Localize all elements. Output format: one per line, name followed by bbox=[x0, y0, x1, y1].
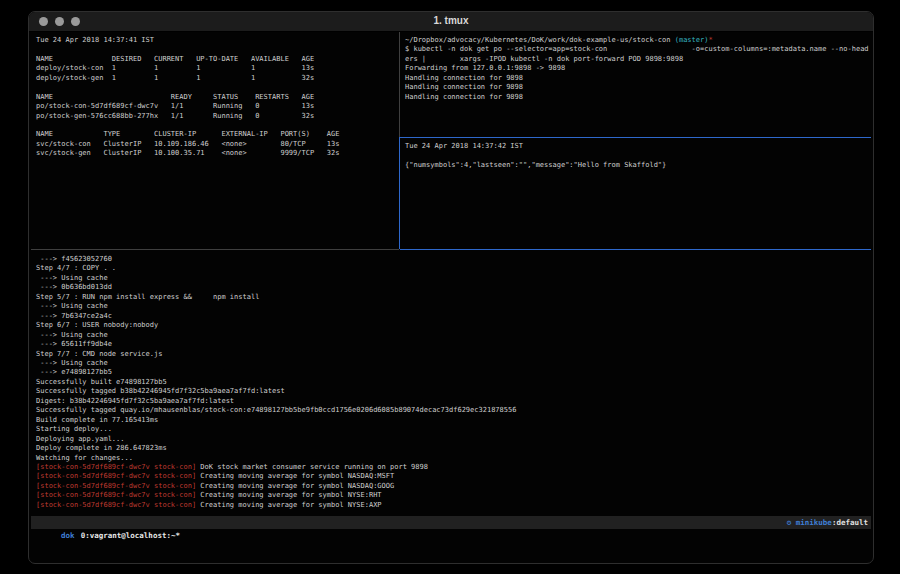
pane-skaffold-build-log[interactable]: ---> f45623052760Step 4/7 : COPY . . ---… bbox=[33, 252, 874, 517]
terminal-line: ---> Using cache bbox=[36, 359, 874, 368]
window-title-bar[interactable]: 1. tmux bbox=[29, 12, 873, 32]
terminal-line: svc/stock-gen ClusterIP 10.100.35.71 <no… bbox=[36, 149, 402, 158]
terminal-line bbox=[36, 45, 402, 54]
terminal-line: Handling connection for 9898 bbox=[405, 74, 873, 83]
terminal-line: Successfully tagged b38b42246945fd7f32c5… bbox=[36, 387, 874, 396]
pane-divider-bottom-right[interactable] bbox=[400, 249, 871, 250]
terminal-line: [stock-con-5d7df689cf-dwc7v stock-con] C… bbox=[36, 482, 874, 491]
terminal-line: Tue 24 Apr 2018 14:37:41 IST bbox=[36, 36, 402, 45]
terminal-line: po/stock-gen-576cc688bb-277hx 1/1 Runnin… bbox=[36, 112, 402, 121]
terminal-line: Handling connection for 9898 bbox=[405, 93, 873, 102]
terminal-line: Starting deploy... bbox=[36, 425, 874, 434]
gear-icon: ⚙ bbox=[787, 518, 796, 527]
terminal-line: ---> f45623052760 bbox=[36, 255, 874, 264]
terminal-line: Step 6/7 : USER nobody:nobody bbox=[36, 321, 874, 330]
terminal-line: Step 4/7 : COPY . . bbox=[36, 264, 874, 273]
terminal-line: Step 5/7 : RUN npm install express && np… bbox=[36, 293, 874, 302]
terminal-line: ---> 65611ff9db4e bbox=[36, 340, 874, 349]
terminal-line: Handling connection for 9898 bbox=[405, 83, 873, 92]
terminal-line: ---> Using cache bbox=[36, 302, 874, 311]
pane-divider-bottom-left[interactable] bbox=[31, 249, 399, 250]
terminal-line: Successfully built e74898127bb5 bbox=[36, 378, 874, 387]
terminal-line: [stock-con-5d7df689cf-dwc7v stock-con] C… bbox=[36, 491, 874, 500]
pane-divider-vertical-top[interactable] bbox=[399, 32, 400, 137]
window-title: 1. tmux bbox=[29, 15, 873, 26]
desktop-background: 1. tmux Tue 24 Apr 2018 14:37:41 ISTNAME… bbox=[0, 0, 900, 574]
terminal-line: Digest: b38b42246945fd7f32c5ba9aea7af7fd… bbox=[36, 397, 874, 406]
terminal-line: ---> Using cache bbox=[36, 274, 874, 283]
kube-namespace: :default bbox=[832, 518, 868, 527]
terminal-line bbox=[36, 83, 402, 92]
terminal-line: deploy/stock-con 1 1 1 1 13s bbox=[36, 64, 402, 73]
pane-divider-vertical-bottom[interactable] bbox=[399, 137, 400, 249]
terminal-line: Successfully tagged quay.io/mhausenblas/… bbox=[36, 406, 874, 415]
terminal-line: Deploying app.yaml... bbox=[36, 435, 874, 444]
pane-port-forward[interactable]: ~/Dropbox/advocacy/Kubernetes/DoK/work/d… bbox=[402, 34, 873, 138]
terminal-line: deploy/stock-gen 1 1 1 1 32s bbox=[36, 74, 402, 83]
terminal-line: po/stock-con-5d7df689cf-dwc7v 1/1 Runnin… bbox=[36, 102, 402, 111]
terminal-line: {"numsymbols":4,"lastseen":"","message":… bbox=[405, 161, 873, 170]
terminal-line: $ kubectl -n dok get po --selector=app=s… bbox=[405, 45, 873, 54]
session-name[interactable]: dok bbox=[61, 531, 75, 540]
terminal-window: 1. tmux Tue 24 Apr 2018 14:37:41 ISTNAME… bbox=[28, 11, 874, 564]
terminal-line: [stock-con-5d7df689cf-dwc7v stock-con] C… bbox=[36, 472, 874, 481]
kube-context: minikube bbox=[796, 518, 832, 527]
terminal-line bbox=[36, 121, 402, 130]
status-right: ⚙ minikube:default bbox=[787, 516, 868, 529]
terminal-line: [stock-con-5d7df689cf-dwc7v stock-con] D… bbox=[36, 463, 874, 472]
pane-kubectl-watch[interactable]: Tue 24 Apr 2018 14:37:41 ISTNAME DESIRED… bbox=[33, 34, 402, 252]
terminal-line: Deploy complete in 286.647823ms bbox=[36, 444, 874, 453]
terminal-line: ---> 7b6347ce2a4c bbox=[36, 312, 874, 321]
terminal-line: [stock-con-5d7df689cf-dwc7v stock-con] C… bbox=[36, 501, 874, 510]
terminal-line bbox=[405, 151, 873, 160]
pane-curl-output[interactable]: Tue 24 Apr 2018 14:37:42 IST{"numsymbols… bbox=[402, 140, 873, 250]
terminal-line: ---> Using cache bbox=[36, 331, 874, 340]
pane-divider-right-horizontal[interactable] bbox=[400, 137, 871, 138]
terminal-line: Watching for changes... bbox=[36, 454, 874, 463]
active-window-label[interactable]: 0:vagrant@localhost:~* bbox=[81, 531, 180, 540]
terminal-line: NAME DESIRED CURRENT UP-TO-DATE AVAILABL… bbox=[36, 55, 402, 64]
terminal-line: ---> e74898127bb5 bbox=[36, 368, 874, 377]
terminal-line: Step 7/7 : CMD node service.js bbox=[36, 350, 874, 359]
terminal-line: ers | xargs -IPOD kubectl -n dok port-fo… bbox=[405, 55, 873, 64]
tmux-status-bar: dok0:vagrant@localhost:~* ⚙ minikube:def… bbox=[31, 516, 871, 529]
terminal-line: NAME TYPE CLUSTER-IP EXTERNAL-IP PORT(S)… bbox=[36, 130, 402, 139]
terminal-line: ---> 0b636bd013dd bbox=[36, 283, 874, 292]
terminal-line: Tue 24 Apr 2018 14:37:42 IST bbox=[405, 142, 873, 151]
terminal-line: Build complete in 77.165413ms bbox=[36, 416, 874, 425]
terminal-line: ~/Dropbox/advocacy/Kubernetes/DoK/work/d… bbox=[405, 36, 873, 45]
terminal-line: NAME READY STATUS RESTARTS AGE bbox=[36, 93, 402, 102]
terminal-line: svc/stock-con ClusterIP 10.109.186.46 <n… bbox=[36, 140, 402, 149]
terminal-line: Forwarding from 127.0.0.1:9898 -> 9898 bbox=[405, 64, 873, 73]
